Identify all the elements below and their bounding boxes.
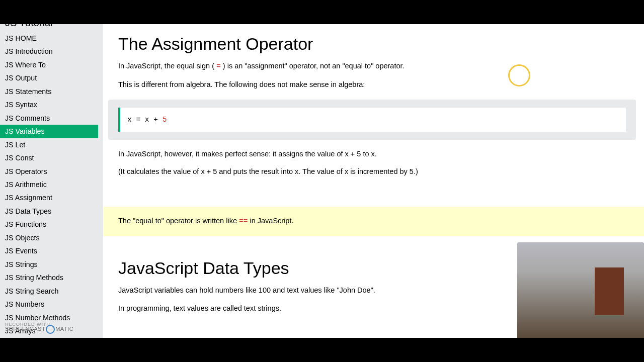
sidebar-section-title: JS Tutorial	[0, 24, 98, 32]
bottom-black-bar	[0, 338, 644, 362]
note-text-b: in JavaScript.	[250, 217, 293, 225]
paragraph-intro: In JavaScript, the equal sign ( = ) is a…	[118, 61, 629, 72]
sidebar-item-js-syntax[interactable]: JS Syntax	[0, 98, 98, 111]
sidebar-item-js-events[interactable]: JS Events	[0, 244, 98, 257]
note-box: The "equal to" operator is written like …	[103, 207, 644, 236]
code-number: 5	[163, 116, 167, 124]
sidebar-item-js-assignment[interactable]: JS Assignment	[0, 191, 98, 204]
sidebar-item-js-const[interactable]: JS Const	[0, 151, 98, 164]
watermark-text-b: MATIC	[55, 326, 73, 332]
sidebar-item-js-numbers[interactable]: JS Numbers	[0, 298, 98, 311]
sidebar-scroll[interactable]: JS Tutorial JS HOMEJS IntroductionJS Whe…	[0, 24, 98, 338]
sidebar-item-js-string-methods[interactable]: JS String Methods	[0, 271, 98, 284]
sidebar-scrollbar-track	[98, 24, 103, 338]
sidebar-item-js-operators[interactable]: JS Operators	[0, 165, 98, 178]
sidebar-item-js-where-to[interactable]: JS Where To	[0, 58, 98, 71]
watermark-text-a: SCREENCAST	[5, 326, 45, 332]
heading-assignment-operator: The Assignment Operator	[118, 34, 629, 54]
paragraph-calc: (It calculates the value of x + 5 and pu…	[118, 166, 629, 177]
sidebar-item-js-home[interactable]: JS HOME	[0, 32, 98, 45]
sidebar-item-js-variables[interactable]: JS Variables	[0, 125, 98, 138]
sidebar-item-js-introduction[interactable]: JS Introduction	[0, 45, 98, 58]
para1-text-a: In JavaScript, the equal sign (	[118, 62, 214, 70]
sidebar-item-js-comments[interactable]: JS Comments	[0, 112, 98, 125]
watermark-circle-icon	[46, 325, 55, 334]
sidebar-item-js-objects[interactable]: JS Objects	[0, 231, 98, 244]
webcam-overlay	[517, 242, 644, 338]
sidebar-item-js-statements[interactable]: JS Statements	[0, 85, 98, 98]
double-equals-code: ==	[239, 217, 248, 225]
sidebar-item-js-let[interactable]: JS Let	[0, 138, 98, 151]
example-box: x = x + 5	[108, 100, 636, 140]
code-text: x = x +	[127, 116, 163, 124]
sidebar: JS Tutorial JS HOMEJS IntroductionJS Whe…	[0, 24, 103, 338]
sidebar-item-js-string-search[interactable]: JS String Search	[0, 285, 98, 298]
top-black-bar	[0, 0, 644, 24]
paragraph-sense: In JavaScript, however, it makes perfect…	[118, 149, 629, 160]
sidebar-item-js-data-types[interactable]: JS Data Types	[0, 205, 98, 218]
sidebar-item-js-functions[interactable]: JS Functions	[0, 218, 98, 231]
sidebar-item-js-output[interactable]: JS Output	[0, 71, 98, 84]
equals-sign-code: =	[216, 62, 221, 70]
webcam-door	[595, 267, 624, 315]
paragraph-algebra: This is different from algebra. The foll…	[118, 79, 629, 90]
para1-text-b: ) is an "assignment" operator, not an "e…	[223, 62, 405, 70]
note-text-a: The "equal to" operator is written like	[118, 217, 239, 225]
watermark-line2: SCREENCASTMATIC	[5, 325, 73, 334]
sidebar-item-js-strings[interactable]: JS Strings	[0, 258, 98, 271]
code-example: x = x + 5	[118, 108, 626, 132]
sidebar-item-js-arithmetic[interactable]: JS Arithmetic	[0, 178, 98, 191]
